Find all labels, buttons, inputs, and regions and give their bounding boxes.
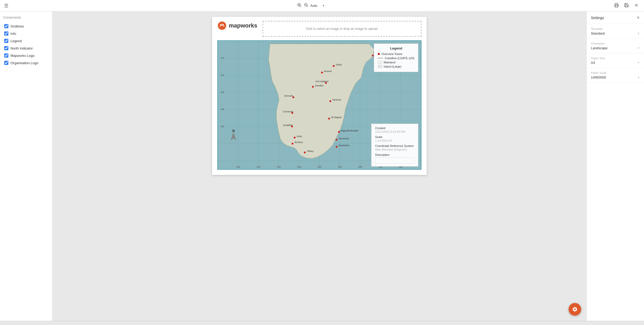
right-sidebar: Settings ✕ Template Standard ▼ Orientati… (586, 12, 644, 321)
svg-line-1 (300, 6, 301, 7)
settings-paper-scale-section: Paper Scale 14950000 ▼ (587, 68, 644, 83)
toolbar: ☰ Auto ▼ (0, 0, 644, 12)
svg-point-59 (328, 118, 330, 119)
svg-rect-7 (615, 5, 618, 7)
paper-size-value[interactable]: A4 ▼ (591, 61, 640, 65)
template-value[interactable]: Standard ▼ (591, 31, 640, 35)
legend-towns-label: Overview Towns (381, 52, 402, 56)
organisation-logo-checkbox[interactable] (4, 61, 8, 65)
settings-header: Settings ✕ (587, 12, 644, 24)
legend-mainland-swatch-icon (378, 61, 382, 64)
description-label: Description (375, 153, 414, 156)
svg-point-65 (294, 137, 296, 139)
component-info[interactable]: Info (3, 30, 49, 37)
settings-close-button[interactable]: ✕ (636, 15, 640, 20)
created-label: Created (375, 126, 414, 130)
component-legend[interactable]: Legend (3, 37, 49, 45)
close-button[interactable] (633, 2, 640, 10)
orientation-chevron-icon: ▼ (637, 47, 640, 49)
component-organisation-logo[interactable]: Organisation Logo (3, 59, 49, 67)
svg-point-55 (329, 100, 331, 102)
gridlines-checkbox[interactable] (4, 24, 8, 28)
zoom-out-icon[interactable] (304, 3, 308, 9)
svg-point-67 (336, 139, 337, 141)
template-label: Template (591, 27, 640, 30)
zoom-arrow-icon: ▼ (322, 4, 325, 7)
north-indicator-label: North Indicator (10, 46, 33, 50)
svg-text:Carnarvon: Carnarvon (283, 110, 293, 113)
svg-text:120: 120 (318, 166, 321, 168)
legend-title: Legend (378, 46, 414, 50)
svg-text:118: 118 (297, 166, 301, 168)
component-gridlines[interactable]: Gridlines (3, 23, 49, 30)
toolbar-left: ☰ (4, 3, 8, 9)
map-container: 110 112 115 118 120 124 126 130 140 -15 … (217, 40, 421, 170)
svg-text:Geraldton: Geraldton (283, 124, 293, 126)
scale-value: 1:14,946,679 (375, 139, 414, 142)
print-button[interactable] (613, 2, 620, 10)
paper-size-chevron-icon: ▼ (637, 61, 640, 64)
legend-checkbox[interactable] (4, 39, 8, 43)
legend-item-towns: Overview Towns (378, 52, 414, 56)
svg-text:Karratha: Karratha (315, 84, 324, 87)
mapworks-logo-label: Mapworks Logo (10, 54, 35, 58)
paper-size-label: Paper Size (591, 57, 640, 60)
scale-label: Scale (375, 135, 414, 139)
mapworks-logo-display: mapworks (217, 21, 257, 30)
svg-point-71 (336, 146, 337, 148)
menu-icon[interactable]: ☰ (4, 3, 8, 9)
settings-paper-size-section: Paper Size A4 ▼ (587, 53, 644, 68)
svg-text:Albany: Albany (307, 150, 314, 152)
legend-dashed-line-icon (378, 58, 383, 58)
svg-text:N: N (232, 129, 235, 133)
created-value: 13/11/2023 3:14:40 PM (375, 130, 414, 133)
component-mapworks-logo[interactable]: Mapworks Logo (3, 52, 49, 59)
svg-text:Bunbury: Bunbury (295, 141, 303, 144)
legend-item-mainland: Mainland (378, 61, 414, 64)
print-preview: mapworks Click to select an image or dro… (212, 17, 427, 175)
svg-text:126: 126 (358, 166, 362, 168)
image-drop-zone[interactable]: Click to select an image or drop an imag… (263, 21, 421, 37)
crs-value: Web Mercator (Degrees) (375, 148, 414, 151)
svg-text:Norseman: Norseman (339, 137, 349, 140)
zoom-select-input[interactable]: Auto (310, 4, 322, 8)
toolbar-right (613, 2, 640, 10)
legend-mainland-label: Mainland (384, 61, 395, 64)
svg-marker-76 (231, 133, 236, 140)
svg-text:110: 110 (236, 166, 240, 168)
orientation-value[interactable]: Landscape ▼ (591, 46, 640, 50)
description-field[interactable] (375, 157, 414, 164)
svg-text:Perth: Perth (297, 135, 302, 138)
settings-title: Settings (591, 16, 604, 20)
svg-text:115: 115 (277, 166, 281, 168)
settings-template-section: Template Standard ▼ (587, 24, 644, 39)
svg-point-63 (338, 131, 340, 133)
component-north-indicator[interactable]: North Indicator (3, 45, 49, 52)
zoom-selector[interactable]: Auto ▼ (310, 4, 325, 8)
zoom-in-icon[interactable] (297, 3, 302, 9)
mapworks-logo-checkbox[interactable] (4, 53, 8, 58)
svg-point-73 (304, 152, 306, 153)
svg-text:124: 124 (338, 166, 342, 168)
orientation-label: Orientation (591, 42, 640, 45)
info-label: Info (10, 32, 16, 36)
sidebar-title: Components (3, 16, 49, 19)
save-button[interactable] (623, 2, 630, 10)
organisation-logo-label: Organisation Logo (10, 61, 38, 65)
paper-scale-value[interactable]: 14950000 ▼ (591, 75, 640, 79)
svg-text:-15: -15 (220, 57, 224, 59)
info-checkbox[interactable] (4, 31, 8, 36)
legend-dot-icon (378, 53, 380, 55)
template-chevron-icon: ▼ (637, 32, 640, 35)
svg-text:Esperance: Esperance (339, 144, 349, 147)
svg-point-41 (372, 55, 374, 57)
settings-fab-button[interactable] (569, 303, 581, 316)
legend-item-coastline: Coastline (LGATE-120) (378, 57, 414, 60)
left-sidebar: Components Gridlines Info Legend North I… (0, 12, 52, 321)
north-indicator-checkbox[interactable] (4, 46, 8, 50)
legend-box: Legend Overview Towns Coastline (LGATE-1… (374, 43, 418, 72)
legend-coastline-label: Coastline (LGATE-120) (385, 57, 414, 60)
svg-line-5 (307, 6, 308, 7)
bottom-scrollbar[interactable] (0, 321, 644, 325)
settings-orientation-section: Orientation Landscape ▼ (587, 39, 644, 53)
